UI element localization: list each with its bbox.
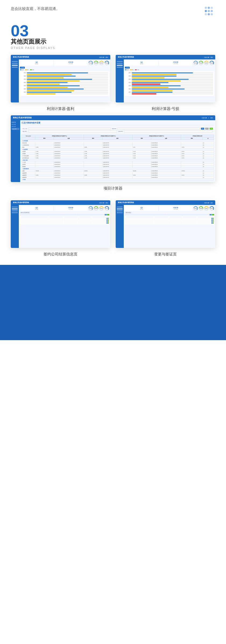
c-dr2-action2[interactable] — [213, 219, 214, 220]
settlement-sidebar — [11, 205, 19, 248]
settlement-sub-header: 签约公司结算信息 — [20, 212, 109, 213]
settlement-btn1[interactable] — [105, 214, 107, 215]
screenshot-card-loss: 装饰公司成本管理系统 大家火麻 退出 — [116, 55, 215, 102]
svg-text:23.9%: 23.9% — [205, 63, 208, 64]
sidebar-loss-2 — [117, 63, 123, 64]
project-table-wrapper: Description 济南超五星酒店合外业服务中心 济南超五星酒店合外业服务中… — [22, 135, 214, 181]
sidebar-loss-1 — [117, 61, 123, 62]
tr-fixed: 固定 5.90%123456789.00 5.00%123456789.00 5… — [22, 146, 214, 148]
change-btn2[interactable] — [212, 214, 214, 215]
th-amount4: 金 — [202, 137, 214, 140]
td-excess-rate-r4: 5.00% — [181, 174, 202, 176]
mini-content-loss: 12 项目数 379.59 合同金额 — [124, 59, 215, 102]
c-dr3-action2[interactable] — [213, 220, 214, 221]
loss-bar-row-1b — [126, 74, 213, 75]
settlement-kpi-value-1: 12 — [21, 207, 52, 209]
kpi-label-1: 项目数 — [21, 63, 52, 65]
td-labor-r4 — [181, 161, 202, 163]
search-select-4[interactable] — [124, 130, 213, 132]
settlement-kpi-label-2: 合同金额 — [55, 208, 87, 210]
change-content: 12 项目数 379.59 合同金额 — [124, 205, 215, 248]
tr-category-construction: ⊙ 施工成本 — [22, 159, 214, 161]
s-dr5-c2 — [49, 223, 63, 224]
s-dr2-action1[interactable] — [107, 219, 108, 220]
td-machine-r2 — [84, 166, 102, 168]
s-dr1-action1[interactable] — [107, 218, 108, 219]
c-dr5-action2[interactable] — [213, 223, 214, 224]
td-fixed-a3: 123456789.00 — [151, 146, 181, 148]
project-page-title: 汇总计算查询条件设置 — [22, 122, 214, 125]
change-row-header — [125, 216, 214, 218]
td-excess-fee-a3: 123456789.00 — [151, 172, 181, 174]
search-btn-reset[interactable]: 重置 — [205, 128, 209, 130]
svg-text:23.9%: 23.9% — [100, 63, 103, 64]
c-dr1-action2[interactable] — [213, 218, 214, 219]
svg-text:60.5%: 60.5% — [105, 208, 108, 209]
bar-track-5a — [27, 85, 108, 86]
kpi-label-loss-1: 项目数 — [126, 63, 157, 65]
td-machine-a2: 123456789.00 — [102, 166, 132, 168]
s-dr1-action2[interactable] — [108, 218, 109, 219]
settlement-sidebar-4 — [12, 212, 18, 213]
loss-bar-fill-4b — [132, 84, 160, 85]
c-dr1-c1 — [125, 218, 154, 219]
kpi-value-1: 12 — [21, 61, 52, 63]
dot-4 — [205, 10, 207, 12]
change-user: 大家火麻 — [204, 202, 209, 204]
td-excess-fee-a2: 123456789.00 — [102, 172, 132, 174]
td-subsidy-r3 — [132, 144, 151, 146]
settlement-data-row-1 — [20, 218, 109, 219]
c-dr5-action1[interactable] — [211, 223, 213, 224]
s-dr3-action1[interactable] — [107, 220, 108, 221]
s-dr3-action2[interactable] — [108, 220, 109, 221]
bar-track-2a — [27, 76, 108, 77]
project-main-content: 汇总计算查询条件设置 录入人员 项目时间 查询 — [20, 120, 215, 182]
settlement-kpi-1: 12 项目数 — [20, 206, 53, 211]
td-excess-a4: 12 — [202, 170, 214, 172]
c-dr4-action2[interactable] — [213, 222, 214, 223]
search-input-2[interactable] — [117, 128, 200, 130]
td-labor-name: 人工费 — [22, 161, 35, 163]
loss-bar-label-3: 项目3 — [126, 79, 131, 80]
c-dr4-action1[interactable] — [211, 222, 213, 223]
bar-track-5b — [27, 87, 108, 88]
legend-row: 盈利 预计 实际 — [20, 69, 109, 70]
screenshot-settlement: 装饰公司成本管理系统 大家火麻 退出 — [11, 200, 110, 257]
c-dr3-action1[interactable] — [211, 220, 213, 221]
search-btn-query[interactable]: 查询 — [201, 128, 204, 130]
bottom-blue-section — [0, 265, 226, 340]
bar-label-6: 项目6 — [21, 88, 26, 90]
c-dr2-c5 — [197, 219, 211, 220]
loss-bar-fill-5b — [132, 87, 168, 88]
td-machine-a4: 12 — [202, 166, 214, 168]
s-dr5-action2[interactable] — [108, 223, 109, 224]
s-dr3-c2 — [49, 220, 63, 221]
td-other-cost-a3: 123456789.00 — [151, 157, 181, 159]
c-dr1-c4 — [183, 218, 197, 219]
intro-text: 息会比较直观，不容易混淆。 — [11, 6, 60, 11]
settlement-kpi-2: 379.59 合同金额 — [54, 206, 87, 211]
td-coord-r3: 5.50% — [132, 153, 151, 155]
search-input-1[interactable] — [28, 128, 111, 130]
legend-yellow: 预计 — [25, 69, 29, 70]
tr-excess: 超额 20.00%123456789.00 20.00%123456789.00… — [22, 170, 214, 172]
s-dr2-action2[interactable] — [108, 219, 109, 220]
loss-bar-row-3b — [126, 80, 213, 81]
s-dr1-c3 — [63, 218, 78, 219]
loss-bar-fill-3a — [132, 79, 189, 80]
s-dr4-c2 — [49, 222, 63, 223]
search-btn-create[interactable]: 创建 — [210, 128, 213, 130]
s-dr5-action1[interactable] — [107, 223, 108, 224]
loss-bar-row-2: 项目2 — [126, 76, 213, 77]
change-btn1[interactable] — [210, 214, 212, 215]
c-dr2-action1[interactable] — [211, 219, 213, 220]
c-dr1-action1[interactable] — [211, 218, 213, 219]
gauge-loss-1: 21.9% — [193, 61, 198, 66]
s-dr4-action2[interactable] — [108, 222, 109, 223]
td-category-service: ⊙ 服务费等等 — [22, 168, 214, 170]
td-excess-fee-name: 超额费用 — [22, 172, 35, 174]
change-kpi-2: 379.59 合同金额 — [159, 206, 192, 211]
settlement-btn2[interactable] — [107, 214, 109, 215]
search-input-3[interactable] — [28, 130, 117, 132]
s-dr4-action1[interactable] — [107, 222, 108, 223]
